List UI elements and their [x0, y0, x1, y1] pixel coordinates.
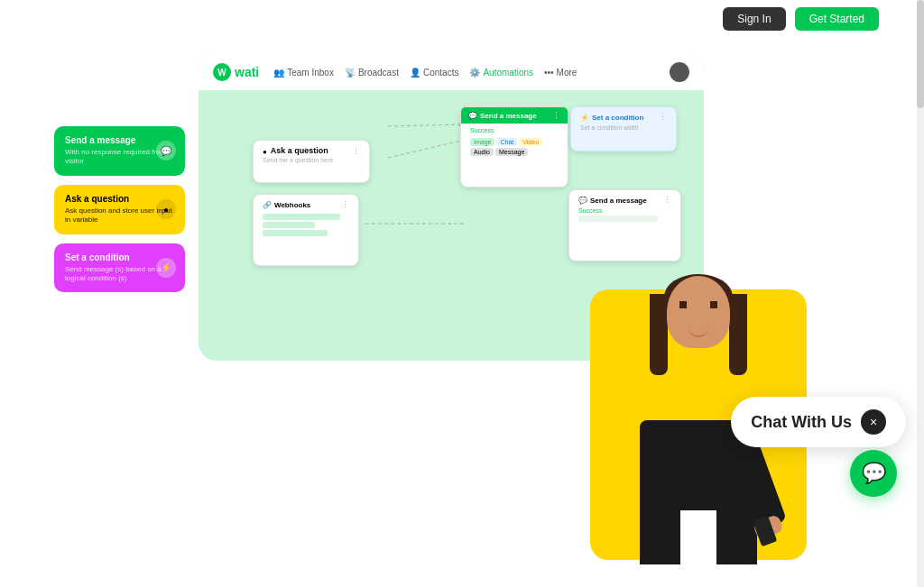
person-hair-left	[650, 294, 668, 375]
chat-bubble-text: Chat With Us	[751, 413, 852, 432]
node-send-center-menu[interactable]: ⋮	[552, 111, 560, 120]
node-ask-question[interactable]: ● Ask a question ⋮ Send me a question he…	[253, 140, 370, 183]
nav-label-automations: Automations	[483, 68, 533, 78]
nav-label-inbox: Team Inbox	[287, 68, 334, 78]
tag-message: Message	[495, 148, 528, 156]
nav-automations[interactable]: ⚙️ Automations	[469, 68, 533, 78]
condition-icon: ⚡	[580, 114, 589, 122]
node-send-right-menu[interactable]: ⋮	[663, 196, 671, 205]
wati-logo: W wati	[213, 63, 259, 81]
node-send-center-tags: Image Chat Video Audio Message	[470, 137, 559, 156]
nav-contacts[interactable]: 👤 Contacts	[410, 68, 458, 78]
node-send-center-sub: Success	[470, 127, 559, 133]
nav-more[interactable]: ••• More	[544, 68, 577, 78]
panel-card-set-condition[interactable]: Set a condition Send message (s) based o…	[54, 243, 185, 293]
person-hair-right	[729, 294, 747, 375]
getstarted-button[interactable]: Get Started	[795, 7, 879, 31]
chat-fab-icon: 💬	[862, 462, 886, 485]
panel-card-ask-question[interactable]: Ask a question Ask question and store us…	[54, 185, 185, 234]
nav-label-more: More	[557, 68, 578, 78]
wati-navbar: W wati 👥 Team Inbox 📡 Broadcast 👤 Contac…	[199, 54, 704, 90]
panel-card-send-message[interactable]: Send a message With no response required…	[54, 126, 185, 176]
webhooks-icon: 🔗	[263, 201, 272, 209]
chat-bubble[interactable]: Chat With Us ×	[731, 397, 906, 447]
wati-logo-icon: W	[213, 63, 231, 81]
chat-close-button[interactable]: ×	[861, 409, 886, 435]
tag-chat: Chat	[496, 138, 517, 146]
wati-nav-items: 👥 Team Inbox 📡 Broadcast 👤 Contacts ⚙️ A…	[273, 68, 655, 78]
panel-condition-icon: ⚡	[156, 258, 176, 278]
tag-audio: Audio	[470, 148, 494, 156]
node-set-condition[interactable]: ⚡ Set a condition ⋮ Set a condition widt…	[570, 106, 677, 151]
person-eye-left	[679, 301, 687, 308]
panel-question-icon: ●	[156, 199, 176, 219]
scrollbar-thumb[interactable]	[917, 0, 924, 108]
node-webhooks[interactable]: 🔗 Webhooks ⋮	[253, 194, 359, 266]
contacts-icon: 👤	[410, 68, 420, 78]
node-send-message-center[interactable]: 💬 Send a message ⋮ Success Image Chat Vi…	[460, 106, 568, 188]
person-head	[667, 276, 730, 348]
more-icon: •••	[544, 68, 554, 78]
node-ask-question-label: Ask a question	[271, 146, 328, 155]
automations-icon: ⚙️	[469, 68, 480, 78]
node-webhooks-label: Webhooks	[274, 201, 310, 209]
node-send-center-label: Send a message	[480, 112, 537, 120]
node-condition-sub: Set a condition width	[580, 124, 667, 131]
send-msg-icon-2: 💬	[468, 112, 477, 120]
team-inbox-icon: 👥	[273, 68, 284, 78]
svg-line-0	[388, 124, 465, 126]
send-msg-icon-right: 💬	[578, 197, 587, 205]
tag-image: Image	[470, 138, 494, 146]
signin-button[interactable]: Sign In	[723, 7, 785, 31]
person-mouth	[688, 328, 708, 337]
chat-fab-button[interactable]: 💬	[850, 450, 897, 497]
webhook-bar-3	[263, 230, 328, 236]
node-send-right-label: Send a message	[590, 197, 647, 205]
node-ask-question-menu[interactable]: ⋮	[352, 147, 360, 156]
top-buttons: Sign In Get Started	[723, 0, 879, 38]
nav-label-contacts: Contacts	[423, 68, 458, 78]
person-shirt	[680, 510, 716, 564]
nav-team-inbox[interactable]: 👥 Team Inbox	[273, 68, 334, 78]
left-panel: Send a message With no response required…	[54, 126, 185, 292]
broadcast-icon: 📡	[345, 68, 356, 78]
webhook-bar-1	[263, 214, 340, 220]
condition-menu[interactable]: ⋮	[659, 113, 667, 122]
person-eye-right	[710, 301, 717, 308]
nav-label-broadcast: Broadcast	[358, 68, 399, 78]
node-ask-question-sub: Send me a question here	[263, 157, 360, 163]
user-avatar[interactable]	[670, 62, 689, 82]
scrollbar[interactable]	[917, 0, 924, 587]
panel-send-icon: 💬	[156, 141, 176, 161]
node-condition-label: Set a condition	[592, 114, 643, 122]
nav-broadcast[interactable]: 📡 Broadcast	[345, 68, 399, 78]
webhooks-menu[interactable]: ⋮	[341, 200, 349, 209]
wati-logo-text: wati	[235, 65, 259, 79]
svg-line-1	[388, 140, 465, 158]
webhook-bar-2	[263, 222, 315, 228]
tag-video: Video	[519, 138, 542, 146]
